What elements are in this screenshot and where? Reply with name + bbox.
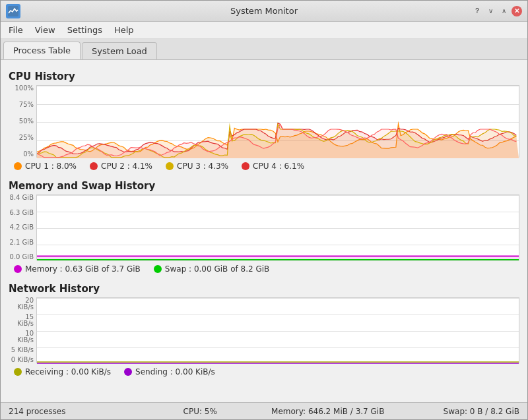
cpu1-dot — [14, 162, 22, 170]
cpu-chart — [36, 85, 519, 158]
cpu-legend: CPU 1 : 8.0% CPU 2 : 4.1% CPU 3 : 4.3% C… — [9, 159, 519, 175]
maximize-button[interactable]: ∧ — [498, 6, 509, 16]
statusbar: 214 processes CPU: 5% Memory: 646.2 MiB … — [1, 402, 527, 419]
help-button[interactable]: ? — [472, 6, 482, 16]
net-y-label-5: 5 KiB/s — [9, 347, 34, 353]
cpu-y-label-50: 50% — [9, 118, 34, 125]
cpu-legend-3: CPU 3 : 4.3% — [166, 162, 228, 171]
network-y-labels: 20 KiB/s 15 KiB/s 10 KiB/s 5 KiB/s 0 KiB… — [9, 297, 36, 363]
minimize-button[interactable]: ∨ — [485, 6, 496, 16]
memory-legend: Memory : 0.63 GiB of 3.7 GiB Swap : 0.00… — [9, 262, 519, 278]
cpu-legend-4: CPU 4 : 6.1% — [242, 162, 304, 171]
memory-dot — [14, 265, 22, 273]
swap-label: Swap : 0.00 GiB of 8.2 GiB — [165, 264, 269, 274]
cpu4-label: CPU 4 : 6.1% — [253, 162, 304, 171]
memory-y-labels: 8.4 GiB 6.3 GiB 4.2 GiB 2.1 GiB 0.0 GiB — [9, 195, 36, 260]
cpu-y-label-0: 0% — [9, 151, 34, 158]
menu-file[interactable]: File — [3, 24, 28, 36]
status-processes: 214 processes — [9, 407, 137, 416]
memory-chart-outer: 8.4 GiB 6.3 GiB 4.2 GiB 2.1 GiB 0.0 GiB — [9, 195, 519, 260]
memory-legend-1: Memory : 0.63 GiB of 3.7 GiB — [14, 264, 141, 274]
memory-legend-2: Swap : 0.00 GiB of 8.2 GiB — [154, 264, 269, 274]
cpu-legend-2: CPU 2 : 4.1% — [90, 162, 152, 171]
mem-y-label-21: 2.1 GiB — [9, 239, 34, 246]
tab-process-table[interactable]: Process Table — [3, 42, 81, 59]
net-y-label-0: 0 KiB/s — [9, 357, 34, 363]
mem-y-label-63: 6.3 GiB — [9, 210, 34, 216]
system-monitor-window: System Monitor ? ∨ ∧ ✕ File View Setting… — [0, 0, 528, 420]
titlebar: System Monitor ? ∨ ∧ ✕ — [1, 1, 527, 22]
cpu-y-label-75: 75% — [9, 102, 34, 108]
status-memory: Memory: 646.2 MiB / 3.7 GiB — [264, 407, 392, 416]
cpu3-label: CPU 3 : 4.3% — [177, 162, 228, 171]
network-chart — [36, 297, 519, 363]
network-legend-2: Sending : 0.00 KiB/s — [124, 367, 215, 376]
receiving-label: Receiving : 0.00 KiB/s — [25, 367, 111, 376]
titlebar-controls: ? ∨ ∧ ✕ — [472, 6, 522, 16]
cpu-chart-outer: 100% 75% 50% 25% 0% — [9, 85, 519, 158]
cpu4-dot — [242, 162, 249, 170]
cpu1-label: CPU 1 : 8.0% — [25, 162, 77, 171]
main-content: CPU History 100% 75% 50% 25% 0% CPU 1 : … — [1, 60, 527, 402]
receiving-dot — [14, 368, 22, 376]
mem-y-label-42: 4.2 GiB — [9, 224, 34, 231]
window-title: System Monitor — [230, 6, 298, 16]
memory-chart — [36, 195, 519, 260]
cpu-y-label-100: 100% — [9, 85, 34, 92]
mem-y-label-84: 8.4 GiB — [9, 195, 34, 201]
status-swap: Swap: 0 B / 8.2 GiB — [392, 407, 520, 416]
menu-settings[interactable]: Settings — [62, 24, 108, 36]
cpu3-dot — [166, 162, 174, 170]
net-y-label-10: 10 KiB/s — [9, 330, 34, 344]
titlebar-left — [6, 4, 20, 18]
tab-bar: Process Table System Load — [1, 39, 527, 60]
app-icon — [6, 4, 20, 18]
net-y-label-15: 15 KiB/s — [9, 314, 34, 327]
menu-view[interactable]: View — [30, 24, 61, 36]
cpu-section-title: CPU History — [9, 71, 519, 82]
menu-help[interactable]: Help — [109, 24, 139, 36]
cpu-y-labels: 100% 75% 50% 25% 0% — [9, 85, 36, 158]
memory-section-title: Memory and Swap History — [9, 180, 519, 192]
tab-system-load[interactable]: System Load — [82, 42, 157, 59]
cpu2-label: CPU 2 : 4.1% — [101, 162, 152, 171]
network-section-title: Network History — [9, 283, 519, 295]
cpu-y-label-25: 25% — [9, 135, 34, 141]
memory-label: Memory : 0.63 GiB of 3.7 GiB — [25, 264, 141, 274]
status-cpu: CPU: 5% — [137, 407, 265, 416]
menubar: File View Settings Help — [1, 22, 527, 39]
sending-label: Sending : 0.00 KiB/s — [135, 367, 215, 376]
cpu2-dot — [90, 162, 98, 170]
swap-dot — [154, 265, 162, 273]
network-chart-outer: 20 KiB/s 15 KiB/s 10 KiB/s 5 KiB/s 0 KiB… — [9, 297, 519, 363]
network-legend-1: Receiving : 0.00 KiB/s — [14, 367, 111, 376]
net-y-label-20: 20 KiB/s — [9, 297, 34, 311]
sending-dot — [124, 368, 132, 376]
network-legend: Receiving : 0.00 KiB/s Sending : 0.00 Ki… — [9, 365, 519, 380]
cpu-legend-1: CPU 1 : 8.0% — [14, 162, 77, 171]
close-button[interactable]: ✕ — [512, 6, 522, 16]
mem-y-label-0: 0.0 GiB — [9, 254, 34, 260]
